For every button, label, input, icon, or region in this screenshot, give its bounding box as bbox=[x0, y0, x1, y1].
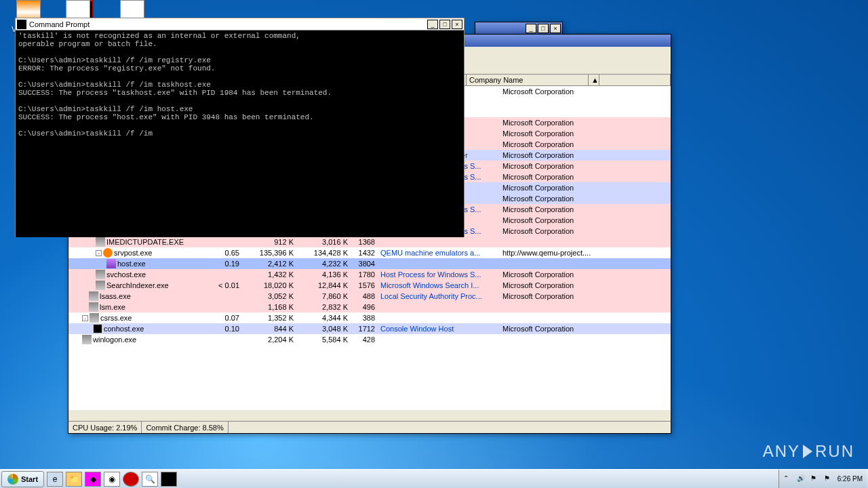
process-icon bbox=[89, 302, 98, 312]
taskbar-opera-icon[interactable] bbox=[123, 472, 139, 487]
process-icon bbox=[103, 248, 113, 258]
tree-toggle[interactable]: - bbox=[96, 250, 102, 256]
terminal-output[interactable]: 'taskill' is not recognized as an intern… bbox=[16, 30, 464, 237]
taskbar[interactable]: Start e 📁 ◆ ◉ 🔍 ⌃ 🔊 ⚑ ⚑ 6:26 PM bbox=[0, 469, 868, 488]
process-name: IMEDICTUPDATE.EXE bbox=[106, 238, 184, 246]
process-row[interactable]: lsm.exe1,168 K2,832 K496 bbox=[68, 302, 671, 312]
process-row[interactable]: winlogon.exe2,204 K5,584 K428 bbox=[68, 334, 671, 345]
anyrun-watermark: ANYRUN bbox=[763, 442, 854, 461]
tray-chevron-icon[interactable]: ⌃ bbox=[783, 474, 793, 484]
process-row[interactable]: -csrss.exe0.071,352 K4,344 K388 bbox=[68, 312, 671, 323]
status-cpu: CPU Usage: 2.19% bbox=[68, 422, 142, 433]
process-icon bbox=[89, 291, 98, 301]
process-row[interactable]: svchost.exe1,432 K4,136 K1780Host Proces… bbox=[68, 269, 671, 280]
process-row[interactable]: conhost.exe0.10844 K3,048 K1712Console W… bbox=[68, 323, 671, 334]
process-icon bbox=[82, 335, 92, 344]
window-title: Command Prompt bbox=[29, 20, 90, 28]
col-company[interactable]: Company Name bbox=[467, 75, 589, 85]
taskbar-cmd-icon[interactable] bbox=[161, 472, 177, 487]
status-bar: CPU Usage: 2.19% Commit Charge: 8.58% bbox=[68, 421, 671, 433]
min-button[interactable]: _ bbox=[526, 24, 536, 33]
close-button[interactable]: × bbox=[452, 20, 462, 29]
max-button[interactable]: □ bbox=[538, 24, 549, 33]
start-button[interactable]: Start bbox=[1, 471, 44, 487]
process-icon bbox=[93, 324, 102, 333]
process-row[interactable]: IMEDICTUPDATE.EXE912 K3,016 K1368 bbox=[68, 237, 671, 247]
process-icon bbox=[96, 237, 105, 247]
windows-orb-icon bbox=[7, 474, 18, 485]
tray-flag-icon[interactable]: ⚑ bbox=[810, 474, 820, 484]
process-name: srvpost.exe bbox=[114, 249, 152, 257]
process-icon bbox=[90, 313, 99, 323]
scroll-up[interactable]: ▲ bbox=[589, 75, 599, 85]
tray-clock[interactable]: 6:26 PM bbox=[837, 475, 863, 483]
process-row[interactable]: SearchIndexer.exe< 0.0118,020 K12,844 K1… bbox=[68, 280, 671, 291]
background-window: _□× bbox=[475, 22, 563, 35]
process-name: SearchIndexer.exe bbox=[106, 281, 169, 289]
cmd-icon bbox=[17, 20, 26, 29]
taskbar-ie-icon[interactable]: e bbox=[47, 472, 63, 487]
process-name: svchost.exe bbox=[106, 270, 146, 279]
close-button[interactable]: × bbox=[550, 24, 561, 33]
taskbar-app-icon[interactable]: ◆ bbox=[85, 472, 101, 487]
titlebar[interactable]: Command Prompt _ □ × bbox=[16, 18, 464, 30]
process-icon bbox=[96, 281, 105, 290]
play-icon bbox=[803, 445, 812, 458]
maximize-button[interactable]: □ bbox=[439, 20, 450, 29]
process-row[interactable]: host.exe0.192,412 K4,232 K3804 bbox=[68, 258, 671, 269]
process-row[interactable]: lsass.exe3,052 K7,860 K488Local Security… bbox=[68, 291, 671, 302]
process-name: csrss.exe bbox=[100, 314, 132, 322]
process-name: host.exe bbox=[117, 260, 146, 268]
process-icon bbox=[96, 270, 105, 279]
process-name: winlogon.exe bbox=[93, 336, 136, 344]
tree-toggle[interactable]: - bbox=[82, 315, 88, 321]
tray-volume-icon[interactable]: 🔊 bbox=[797, 474, 806, 484]
status-commit: Commit Charge: 8.58% bbox=[142, 422, 228, 433]
taskbar-chrome-icon[interactable]: ◉ bbox=[104, 472, 120, 487]
taskbar-app-icon[interactable]: 🔍 bbox=[142, 472, 158, 487]
process-icon bbox=[106, 259, 116, 268]
process-name: conhost.exe bbox=[104, 325, 144, 333]
process-name: lsass.exe bbox=[100, 292, 131, 300]
process-row[interactable]: -srvpost.exe0.65135,396 K134,428 K1432QE… bbox=[68, 247, 671, 258]
system-tray[interactable]: ⌃ 🔊 ⚑ ⚑ 6:26 PM bbox=[778, 470, 867, 488]
taskbar-explorer-icon[interactable]: 📁 bbox=[66, 472, 82, 487]
minimize-button[interactable]: _ bbox=[427, 20, 438, 29]
tray-flag-icon[interactable]: ⚑ bbox=[824, 474, 833, 484]
process-name: lsm.exe bbox=[100, 303, 125, 311]
command-prompt-window[interactable]: Command Prompt _ □ × 'taskill' is not re… bbox=[15, 18, 465, 237]
